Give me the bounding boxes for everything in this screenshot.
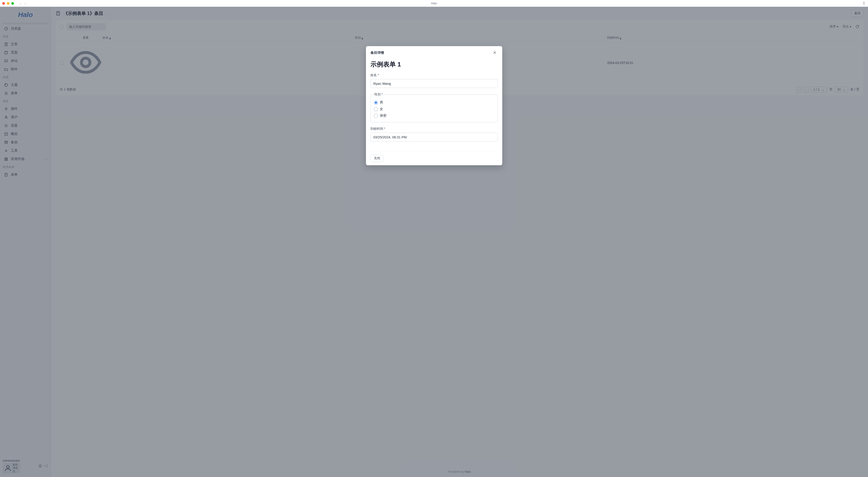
nav-back-button[interactable]: ‹ xyxy=(19,1,22,6)
time-label: 到校时间 * xyxy=(370,127,498,131)
radio-female[interactable] xyxy=(374,107,378,111)
time-input[interactable] xyxy=(370,133,498,142)
nav-forward-button[interactable]: › xyxy=(23,1,27,6)
window-title: Halo xyxy=(431,2,437,5)
name-input[interactable] xyxy=(370,79,498,88)
radio-male[interactable] xyxy=(374,100,378,105)
modal-close-action-button[interactable]: 关闭 xyxy=(370,155,383,162)
form-group-time: 到校时间 * xyxy=(370,127,498,142)
modal-close-button[interactable]: ✕ xyxy=(492,50,498,56)
radio-option-male[interactable]: 男 xyxy=(374,99,494,106)
name-label: 姓名 * xyxy=(370,73,498,77)
modal-overlay[interactable]: 条目详情 ✕ 示例表单 1 姓名 * 性别 * 男 xyxy=(0,7,868,477)
radio-option-female[interactable]: 女 xyxy=(374,106,494,112)
window-close-button[interactable] xyxy=(2,2,5,5)
radio-secret[interactable] xyxy=(374,114,378,118)
form-title: 示例表单 1 xyxy=(370,60,498,69)
form-group-name: 姓名 * xyxy=(370,73,498,88)
modal-body: 示例表单 1 姓名 * 性别 * 男 xyxy=(366,58,502,151)
modal-header: 条目详情 ✕ xyxy=(366,46,502,58)
share-icon[interactable] xyxy=(862,1,866,5)
traffic-lights xyxy=(2,2,14,5)
gender-fieldset: 性别 * 男 女 保密 xyxy=(370,92,498,122)
nav-arrows: ‹ › xyxy=(19,1,27,6)
radio-option-secret[interactable]: 保密 xyxy=(374,112,494,119)
window-minimize-button[interactable] xyxy=(7,2,9,5)
modal-dialog: 条目详情 ✕ 示例表单 1 姓名 * 性别 * 男 xyxy=(366,46,502,165)
modal-footer: 关闭 xyxy=(366,151,502,165)
window-maximize-button[interactable] xyxy=(11,2,14,5)
modal-header-title: 条目详情 xyxy=(370,51,384,55)
form-group-gender: 性别 * 男 女 保密 xyxy=(370,92,498,122)
titlebar: ‹ › Halo xyxy=(0,0,868,7)
gender-label: 性别 * xyxy=(374,92,383,96)
